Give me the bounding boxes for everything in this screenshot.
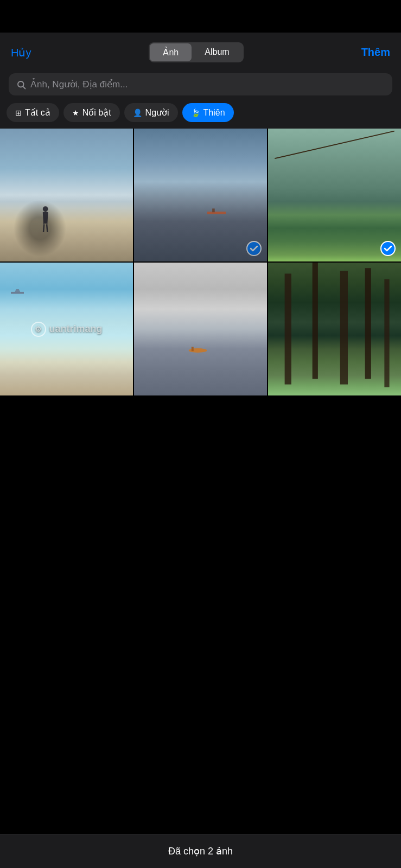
svg-rect-13	[384, 279, 389, 387]
star-icon: ★	[72, 108, 79, 117]
photo-cell-5[interactable]	[134, 263, 267, 395]
watermark-text: uantrimang	[49, 323, 102, 335]
svg-rect-3	[207, 212, 226, 214]
search-bar: Ảnh, Người, Địa điểm...	[0, 70, 401, 103]
filter-all-button[interactable]: ⊞ Tất cả	[7, 103, 59, 122]
cancel-button[interactable]: Hủy	[11, 46, 31, 59]
filter-featured-button[interactable]: ★ Nổi bật	[63, 103, 120, 122]
photo-cell-6[interactable]	[268, 263, 401, 395]
boat-orange	[187, 345, 208, 353]
svg-point-2	[42, 206, 48, 212]
photo-cell-2[interactable]	[134, 129, 267, 261]
photo-cell-4[interactable]: ⚙ uantrimang	[0, 263, 133, 395]
ship-silhouette	[207, 208, 226, 215]
bottom-bar: Đã chọn 2 ảnh	[0, 834, 401, 868]
segment-control: Ảnh Album	[149, 42, 243, 62]
navigation-bar: Hủy Ảnh Album Thêm	[0, 33, 401, 70]
photo-cell-1[interactable]	[0, 129, 133, 261]
svg-line-5	[275, 131, 394, 159]
selected-badge-2	[246, 241, 262, 256]
photo-cell-3[interactable]	[268, 129, 401, 261]
status-bar	[0, 0, 401, 33]
filter-all-label: Tất cả	[25, 107, 50, 118]
segment-anh-button[interactable]: Ảnh	[150, 43, 192, 61]
watermark: ⚙ uantrimang	[30, 322, 102, 337]
filter-people-label: Người	[145, 107, 169, 118]
filter-nature-label: Thiên	[203, 108, 225, 118]
grid-icon: ⊞	[15, 108, 22, 117]
search-input-wrap[interactable]: Ảnh, Người, Địa điểm...	[9, 73, 392, 95]
svg-rect-4	[212, 208, 215, 212]
photo-grid: ⚙ uantrimang	[0, 129, 401, 395]
tree-overlay	[268, 263, 401, 395]
svg-rect-9	[285, 273, 291, 384]
svg-line-1	[23, 86, 25, 88]
svg-rect-10	[313, 263, 318, 379]
filter-nature-button[interactable]: 🍃 Thiên	[182, 103, 234, 122]
selected-count-label: Đã chọn 2 ảnh	[168, 846, 233, 857]
leaf-icon: 🍃	[191, 108, 200, 117]
cable-line	[268, 129, 401, 169]
filter-featured-label: Nổi bật	[82, 107, 111, 118]
person-silhouette	[37, 206, 53, 232]
person-icon: 👤	[133, 108, 142, 117]
segment-album-button[interactable]: Album	[192, 43, 242, 61]
filter-people-button[interactable]: 👤 Người	[124, 103, 178, 122]
svg-point-7	[189, 348, 207, 353]
search-placeholder: Ảnh, Người, Địa điểm...	[30, 79, 128, 90]
selected-badge-3	[380, 241, 396, 256]
svg-rect-11	[340, 271, 348, 384]
svg-rect-12	[365, 268, 371, 379]
add-button[interactable]: Thêm	[361, 46, 390, 59]
svg-rect-8	[192, 347, 194, 351]
boat-small	[11, 289, 24, 295]
search-icon	[16, 80, 26, 90]
filter-bar: ⊞ Tất cả ★ Nổi bật 👤 Người 🍃 Thiên	[0, 103, 401, 129]
watermark-icon: ⚙	[30, 322, 46, 337]
svg-rect-6	[11, 292, 24, 294]
